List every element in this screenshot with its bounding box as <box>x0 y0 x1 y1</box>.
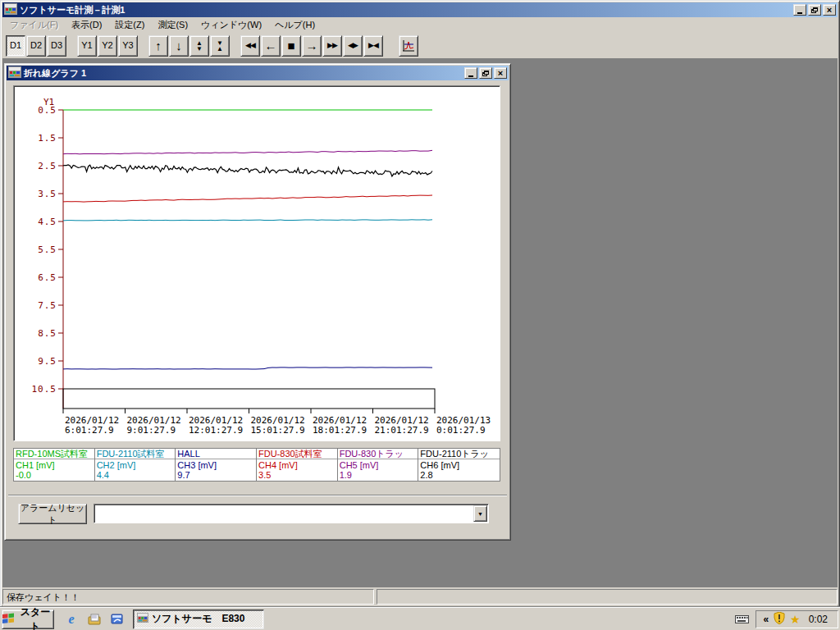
scroll-up-icon: ↑ <box>155 39 162 52</box>
toolbar-button-scroll-up[interactable]: ↑ <box>148 35 168 57</box>
alarm-combobox-value <box>97 507 472 520</box>
legend-channel-label: CH5 [mV] <box>338 459 418 470</box>
menu-item-0: ファイル(F) <box>3 17 65 33</box>
toolbar-button-y2[interactable]: Y2 <box>98 35 117 57</box>
toolbar-button-stop[interactable]: ■ <box>281 35 301 57</box>
toolbar-button-expand-vertical[interactable]: ▲▼ <box>189 35 209 57</box>
toolbar-button-y1[interactable]: Y1 <box>77 35 97 57</box>
show-desktop-icon[interactable] <box>87 612 102 627</box>
graph-restore-button[interactable] <box>479 67 492 79</box>
taskbar-app-button[interactable]: ソフトサーモ E830 <box>133 609 264 629</box>
menu-item-5[interactable]: ヘルプ(H) <box>268 17 322 33</box>
toolbar-button-d3[interactable]: D3 <box>47 35 66 57</box>
svg-text:1.5: 1.5 <box>38 133 57 144</box>
app-icon <box>4 3 17 16</box>
toolbar-button-compress-horizontal[interactable]: ▶◀ <box>363 35 383 57</box>
legend-channel-5: FDU-830トラッCH5 [mV]1.9 <box>338 449 419 481</box>
svg-text:5.5: 5.5 <box>38 244 57 255</box>
toolbar-button-d2[interactable]: D2 <box>26 35 46 57</box>
svg-text:6.5: 6.5 <box>38 272 57 283</box>
svg-text:3.5: 3.5 <box>38 189 57 199</box>
status-message: 保存ウェイト！！ <box>2 589 374 605</box>
start-label: スタート <box>17 605 53 630</box>
quick-launch: e <box>64 612 125 627</box>
svg-text:9:01:27.9: 9:01:27.9 <box>127 425 176 436</box>
graph-window-title: 折れ線グラフ 1 <box>24 67 464 80</box>
legend-title: RFD-10MS試料室 <box>14 449 94 459</box>
status-spare <box>377 589 838 605</box>
toolbar-button-y3[interactable]: Y3 <box>118 35 138 57</box>
toolbar-button-compress-vertical[interactable]: ▼▲ <box>210 35 230 57</box>
status-bar: 保存ウェイト！！ <box>2 587 838 606</box>
toolbar-button-fast-forward[interactable]: ▶▶ <box>322 35 342 57</box>
graph-titlebar[interactable]: 折れ線グラフ 1 × <box>7 66 509 80</box>
channel-legend: RFD-10MS試料室CH1 [mV]-0.0FDU-2110試料室CH2 [m… <box>13 448 500 482</box>
line-graph-icon <box>402 39 415 52</box>
svg-text:7.5: 7.5 <box>38 300 57 311</box>
alarm-combobox[interactable]: ▼ <box>94 504 489 523</box>
start-button[interactable]: スタート <box>2 609 54 629</box>
legend-channel-label: CH2 [mV] <box>95 459 176 470</box>
graph-close-button[interactable]: × <box>494 67 507 79</box>
legend-channel-label: CH6 [mV] <box>418 459 500 470</box>
system-tray: « ★ 0:02 <box>735 608 840 630</box>
graph-window-icon <box>8 66 21 80</box>
internet-explorer-icon[interactable]: e <box>64 612 79 627</box>
toolbar-button-step-right[interactable]: → <box>302 35 322 57</box>
legend-value: 3.5 <box>257 470 337 481</box>
step-right-icon: → <box>306 39 318 52</box>
minimize-button[interactable] <box>793 4 806 16</box>
desktop: ソフトサーモ計測－計測1 × ファイル(F)表示(D)設定(Z)測定(S)ウィン… <box>0 0 840 630</box>
main-window: ソフトサーモ計測－計測1 × ファイル(F)表示(D)設定(Z)測定(S)ウィン… <box>0 0 840 607</box>
svg-text:2.5: 2.5 <box>38 161 57 171</box>
window-switcher-icon[interactable] <box>110 612 125 627</box>
toolbar-group-scroll: ↑↓▲▼▼▲ <box>148 35 231 57</box>
taskbar-app-icon <box>137 613 148 625</box>
svg-text:8.5: 8.5 <box>38 328 57 339</box>
legend-value: 4.4 <box>95 470 176 481</box>
alarm-reset-button[interactable]: アラームリセット <box>18 504 87 524</box>
fast-rewind-icon: ◀◀ <box>245 42 255 49</box>
svg-text:21:01:27.9: 21:01:27.9 <box>375 425 429 436</box>
toolbar-button-line-graph[interactable] <box>399 35 418 57</box>
toolbar-button-expand-horizontal[interactable]: ◀▶ <box>343 35 363 57</box>
menu-item-3[interactable]: 測定(S) <box>151 17 194 33</box>
security-shield-icon[interactable] <box>774 612 785 626</box>
close-button[interactable]: × <box>823 4 836 16</box>
legend-value: -0.0 <box>14 470 94 481</box>
legend-channel-3: HALLCH3 [mV]9.7 <box>176 449 257 481</box>
keyboard-layout-icon[interactable] <box>735 614 749 624</box>
svg-text:10.5: 10.5 <box>32 384 57 395</box>
restore-button[interactable] <box>808 4 821 16</box>
mdi-workspace: 折れ線グラフ 1 × Y10.51.52.53.54.55.56.57.58.5… <box>2 58 838 587</box>
tray-chevron-icon[interactable]: « <box>763 614 769 625</box>
tray-star-icon[interactable]: ★ <box>790 613 801 626</box>
menu-item-2[interactable]: 設定(Z) <box>108 17 151 33</box>
legend-channel-4: FDU-830試料室CH4 [mV]3.5 <box>257 449 338 481</box>
legend-value: 2.8 <box>418 470 500 481</box>
main-titlebar[interactable]: ソフトサーモ計測－計測1 × <box>2 2 838 17</box>
chart-panel: Y10.51.52.53.54.55.56.57.58.59.510.52026… <box>13 85 500 441</box>
windows-logo-icon <box>2 613 15 626</box>
toolbar-button-fast-rewind[interactable]: ◀◀ <box>240 35 260 57</box>
toolbar-button-d1[interactable]: D1 <box>6 35 25 57</box>
legend-value: 9.7 <box>176 470 256 481</box>
legend-channel-label: CH1 [mV] <box>14 459 94 470</box>
fast-forward-icon: ▶▶ <box>327 42 337 49</box>
legend-channel-6: FDU-2110トラッCH6 [mV]2.8 <box>418 449 500 481</box>
menu-item-4[interactable]: ウィンドウ(W) <box>194 17 268 33</box>
combobox-dropdown-icon[interactable]: ▼ <box>473 505 487 522</box>
toolbar: D1D2D3Y1Y2Y3↑↓▲▼▼▲◀◀←■→▶▶◀▶▶◀ <box>2 33 838 58</box>
graph-minimize-button[interactable] <box>464 67 477 79</box>
tray-panel: « ★ 0:02 <box>756 610 838 628</box>
separator <box>8 495 507 496</box>
stop-icon: ■ <box>287 39 294 52</box>
menu-item-1[interactable]: 表示(D) <box>65 17 108 33</box>
toolbar-button-scroll-down[interactable]: ↓ <box>169 35 189 57</box>
legend-channel-1: RFD-10MS試料室CH1 [mV]-0.0 <box>14 449 95 481</box>
toolbar-button-step-left[interactable]: ← <box>261 35 281 57</box>
taskbar-clock[interactable]: 0:02 <box>806 614 831 625</box>
svg-text:15:01:27.9: 15:01:27.9 <box>251 425 305 436</box>
legend-value: 1.9 <box>338 470 418 481</box>
toolbar-group-axis-select: Y1Y2Y3 <box>77 35 139 57</box>
